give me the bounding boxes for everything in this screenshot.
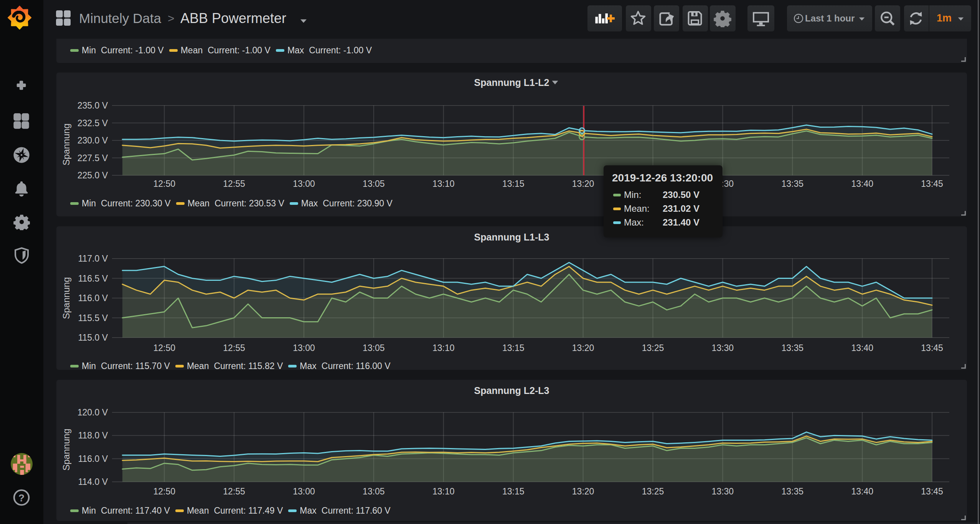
svg-text:116.0 V: 116.0 V [78, 454, 108, 464]
svg-text:12:55: 12:55 [223, 486, 245, 496]
svg-text:Spannung: Spannung [61, 428, 71, 470]
svg-text:115.5 V: 115.5 V [78, 313, 108, 323]
svg-text:13:15: 13:15 [502, 343, 525, 353]
svg-text:230.0 V: 230.0 V [78, 135, 108, 145]
svg-text:13:20: 13:20 [572, 343, 594, 353]
svg-text:13:05: 13:05 [363, 343, 385, 353]
svg-text:Spannung: Spannung [61, 277, 71, 319]
svg-text:13:35: 13:35 [782, 343, 804, 353]
svg-text:13:10: 13:10 [432, 343, 455, 353]
svg-text:13:10: 13:10 [432, 486, 455, 496]
svg-text:13:30: 13:30 [712, 343, 734, 353]
svg-text:114.0 V: 114.0 V [78, 477, 108, 487]
svg-text:13:20: 13:20 [572, 486, 594, 496]
svg-text:13:25: 13:25 [642, 343, 664, 353]
svg-text:116.0 V: 116.0 V [78, 293, 108, 303]
svg-text:13:45: 13:45 [921, 343, 943, 353]
svg-text:13:00: 13:00 [293, 343, 315, 353]
svg-text:13:20: 13:20 [572, 179, 594, 189]
svg-text:13:00: 13:00 [293, 179, 315, 189]
svg-text:13:05: 13:05 [363, 179, 385, 189]
svg-text:13:40: 13:40 [851, 486, 873, 496]
svg-text:118.0 V: 118.0 V [78, 430, 108, 440]
svg-text:115.0 V: 115.0 V [78, 333, 108, 343]
svg-text:13:45: 13:45 [921, 179, 943, 189]
svg-text:225.0 V: 225.0 V [78, 170, 108, 180]
svg-text:13:35: 13:35 [782, 179, 804, 189]
svg-text:12:50: 12:50 [153, 179, 175, 189]
svg-text:120.0 V: 120.0 V [78, 407, 108, 417]
svg-text:13:30: 13:30 [712, 486, 734, 496]
svg-text:13:15: 13:15 [502, 486, 525, 496]
svg-text:13:35: 13:35 [782, 486, 804, 496]
svg-text:227.5 V: 227.5 V [78, 153, 108, 163]
svg-text:235.0 V: 235.0 V [78, 101, 108, 110]
svg-text:12:50: 12:50 [153, 343, 175, 353]
svg-text:12:55: 12:55 [223, 179, 245, 189]
svg-text:13:40: 13:40 [851, 343, 873, 353]
svg-text:117.0 V: 117.0 V [78, 254, 108, 264]
svg-text:13:05: 13:05 [363, 486, 385, 496]
svg-text:116.5 V: 116.5 V [78, 274, 108, 283]
svg-text:13:15: 13:15 [502, 179, 525, 189]
svg-text:232.5 V: 232.5 V [78, 118, 108, 128]
svg-text:Spannung: Spannung [61, 124, 71, 165]
svg-text:13:45: 13:45 [921, 486, 943, 496]
svg-text:12:50: 12:50 [153, 486, 175, 496]
svg-text:13:10: 13:10 [432, 179, 455, 189]
svg-text:12:55: 12:55 [223, 343, 245, 353]
svg-text:13:25: 13:25 [642, 486, 664, 496]
svg-text:13:40: 13:40 [851, 179, 873, 189]
svg-text:13:00: 13:00 [293, 486, 315, 496]
svg-text:?: ? [18, 492, 25, 504]
